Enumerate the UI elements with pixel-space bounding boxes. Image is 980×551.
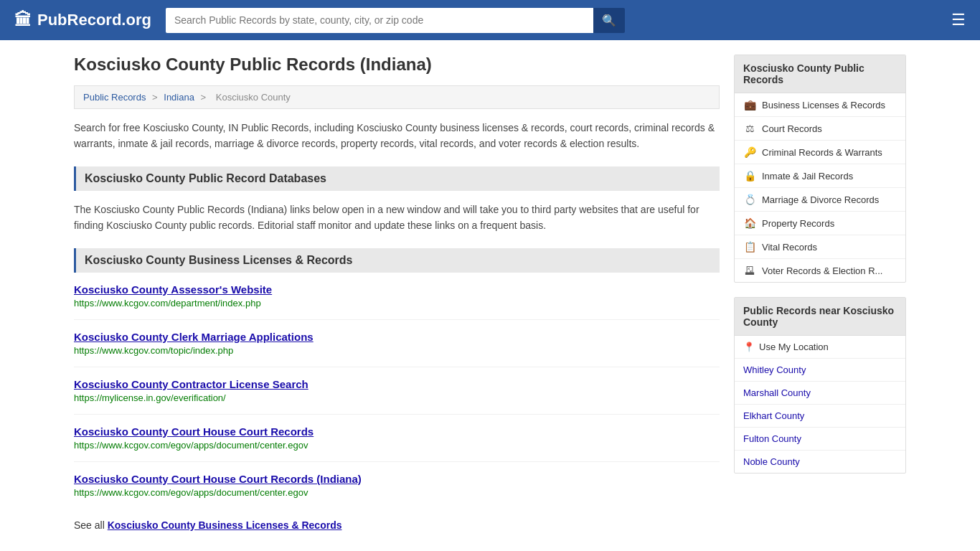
ballot-icon: 🗳 — [743, 265, 756, 276]
home-icon: 🏠 — [743, 217, 756, 229]
breadcrumb-public-records[interactable]: Public Records — [83, 92, 146, 103]
use-location-label: Use My Location — [759, 342, 829, 352]
record-title-1[interactable]: Kosciusko County Assessor's Website — [74, 283, 720, 296]
record-title-3[interactable]: Kosciusko County Contractor License Sear… — [74, 378, 720, 390]
db-section-header: Kosciusko County Public Record Databases — [74, 166, 720, 191]
sidebar-label-vital: Vital Records — [762, 242, 817, 253]
search-icon: 🔍 — [602, 14, 616, 27]
sidebar-label-inmate: Inmate & Jail Records — [762, 171, 853, 182]
hamburger-button[interactable]: ☰ — [951, 11, 966, 29]
sidebar-public-records-title: Kosciusko County Public Records — [735, 55, 905, 93]
record-item: Kosciusko County Clerk Marriage Applicat… — [74, 331, 720, 367]
see-all-text: See all — [74, 519, 108, 531]
search-container: 🔍 — [166, 8, 625, 33]
sidebar-item-criminal[interactable]: 🔑 Criminal Records & Warrants — [735, 141, 905, 164]
sidebar-item-property[interactable]: 🏠 Property Records — [735, 212, 905, 235]
logo-text: PubRecord.org — [37, 11, 151, 29]
content-area: Kosciusko County Public Records (Indiana… — [74, 55, 720, 531]
use-location-item[interactable]: 📍 Use My Location — [735, 336, 905, 359]
site-logo[interactable]: 🏛 PubRecord.org — [14, 10, 151, 30]
record-title-5[interactable]: Kosciusko County Court House Court Recor… — [74, 473, 720, 485]
briefcase-icon: 💼 — [743, 99, 756, 110]
nearby-title: Public Records near Kosciusko County — [735, 298, 905, 336]
public-records-sidebar: Kosciusko County Public Records 💼 Busine… — [734, 55, 906, 283]
nearby-county-whitley[interactable]: Whitley County — [735, 359, 905, 382]
sidebar-label-court: Court Records — [762, 123, 822, 134]
sidebar-item-marriage[interactable]: 💍 Marriage & Divorce Records — [735, 188, 905, 212]
page-title: Kosciusko County Public Records (Indiana… — [74, 55, 720, 75]
site-header: 🏛 PubRecord.org 🔍 ☰ — [0, 0, 980, 40]
sidebar-label-marriage: Marriage & Divorce Records — [762, 194, 879, 205]
hamburger-icon: ☰ — [951, 11, 966, 29]
breadcrumb-sep-2: > — [201, 92, 209, 103]
search-button[interactable]: 🔍 — [593, 8, 625, 33]
breadcrumb-indiana[interactable]: Indiana — [164, 92, 194, 103]
sidebar-label-criminal: Criminal Records & Warrants — [762, 147, 882, 158]
clipboard-icon: 📋 — [743, 241, 756, 253]
record-url-4: https://www.kcgov.com/egov/apps/document… — [74, 440, 720, 451]
sidebar-item-voter[interactable]: 🗳 Voter Records & Election R... — [735, 259, 905, 282]
sidebar-item-vital[interactable]: 📋 Vital Records — [735, 235, 905, 259]
breadcrumb-sep-1: > — [152, 92, 160, 103]
nearby-county-elkhart[interactable]: Elkhart County — [735, 405, 905, 428]
sidebar-item-court[interactable]: ⚖ Court Records — [735, 117, 905, 141]
ring-icon: 💍 — [743, 194, 756, 205]
sidebar-item-business[interactable]: 💼 Business Licenses & Records — [735, 93, 905, 117]
logo-icon: 🏛 — [14, 10, 32, 30]
key-icon: 🔑 — [743, 146, 756, 158]
scales-icon: ⚖ — [743, 123, 756, 134]
sidebar-label-property: Property Records — [762, 218, 834, 229]
record-url-3: https://mylicense.in.gov/everification/ — [74, 392, 720, 403]
record-item: Kosciusko County Court House Court Recor… — [74, 425, 720, 462]
nearby-county-fulton[interactable]: Fulton County — [735, 428, 905, 451]
record-item: Kosciusko County Contractor License Sear… — [74, 378, 720, 415]
business-section-header: Kosciusko County Business Licenses & Rec… — [74, 248, 720, 273]
breadcrumb-county: Kosciusko County — [216, 92, 291, 103]
nearby-county-noble[interactable]: Noble County — [735, 451, 905, 473]
record-item: Kosciusko County Assessor's Website http… — [74, 283, 720, 320]
search-input[interactable] — [166, 8, 593, 33]
location-pin-icon: 📍 — [743, 342, 755, 352]
nearby-sidebar: Public Records near Kosciusko County 📍 U… — [734, 297, 906, 474]
db-description: The Kosciusko County Public Records (Ind… — [74, 202, 720, 234]
record-item: Kosciusko County Court House Court Recor… — [74, 473, 720, 509]
see-all-section: See all Kosciusko County Business Licens… — [74, 519, 720, 531]
record-title-4[interactable]: Kosciusko County Court House Court Recor… — [74, 425, 720, 438]
main-container: Kosciusko County Public Records (Indiana… — [60, 40, 920, 545]
record-url-5: https://www.kcgov.com/egov/apps/document… — [74, 487, 720, 498]
record-url-1: https://www.kcgov.com/department/index.p… — [74, 298, 720, 309]
breadcrumb: Public Records > Indiana > Kosciusko Cou… — [74, 85, 720, 109]
records-list: Kosciusko County Assessor's Website http… — [74, 283, 720, 509]
sidebar-label-voter: Voter Records & Election R... — [762, 265, 882, 276]
see-all-link[interactable]: Kosciusko County Business Licenses & Rec… — [108, 519, 342, 531]
record-url-2: https://www.kcgov.com/topic/index.php — [74, 345, 720, 356]
nearby-county-marshall[interactable]: Marshall County — [735, 382, 905, 405]
page-description: Search for free Kosciusko County, IN Pub… — [74, 120, 720, 152]
sidebar-item-inmate[interactable]: 🔒 Inmate & Jail Records — [735, 164, 905, 188]
sidebar-label-business: Business Licenses & Records — [762, 100, 885, 110]
sidebar: Kosciusko County Public Records 💼 Busine… — [734, 55, 906, 531]
lock-icon: 🔒 — [743, 170, 756, 182]
record-title-2[interactable]: Kosciusko County Clerk Marriage Applicat… — [74, 331, 720, 343]
